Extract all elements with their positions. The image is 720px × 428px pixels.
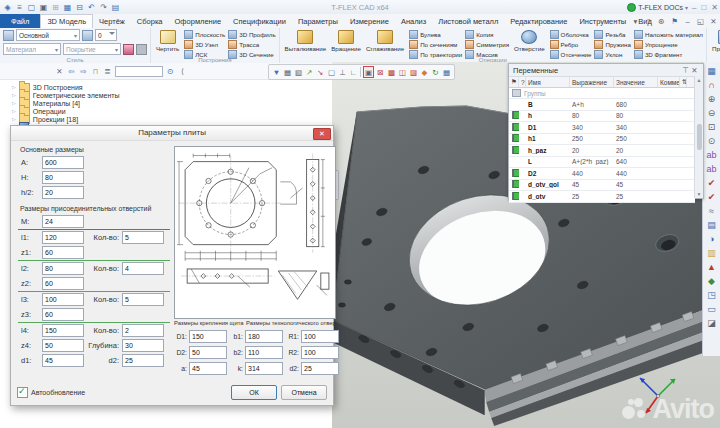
dialog-field-input[interactable]: 100 [42, 293, 84, 306]
variable-row[interactable]: d_otv_gol 45 45 [509, 180, 695, 192]
list-options-icon[interactable]: ≣ [103, 66, 112, 76]
zoom-window-icon[interactable]: ⊡ [707, 120, 716, 133]
ribbon-button[interactable]: Плоскость [184, 30, 225, 39]
ribbon-button[interactable]: Ребро [550, 40, 592, 49]
apply-operation2-icon[interactable]: ✔ [707, 190, 716, 203]
back-icon[interactable]: ⇦ [67, 66, 76, 76]
autoupdate-checkbox-row[interactable]: Автообновление [17, 387, 85, 398]
dialog-field-input[interactable]: 45 [42, 354, 84, 367]
variable-row[interactable]: h 80 80 [509, 111, 695, 123]
divider[interactable] [360, 67, 361, 77]
forward-icon[interactable]: ⇨ [79, 66, 88, 76]
save-icon[interactable]: ▦ [63, 2, 72, 12]
group-filter-row[interactable]: Группы [509, 88, 703, 99]
selected-mode-icon[interactable]: ▣ [363, 66, 374, 78]
coating-combo[interactable]: Покрытие▾ [63, 43, 121, 55]
dialog-field-input[interactable]: 50 [42, 339, 84, 352]
annotation2-icon[interactable]: ab [706, 162, 716, 175]
hatch-icon[interactable]: ▩ [387, 67, 396, 77]
expression-column-header[interactable]: Выражение [570, 77, 614, 87]
dialog-field-input[interactable]: 600 [42, 156, 84, 169]
draw-button[interactable]: Чертить [154, 29, 181, 55]
dialog-field-input[interactable]: 45 [189, 362, 227, 375]
tab-parameters[interactable]: Параметры [292, 14, 344, 28]
rotate-down-icon[interactable]: ↘ [316, 67, 325, 77]
ribbon-button[interactable]: Симметрия [465, 40, 509, 49]
close-panel-icon[interactable]: ✕ [55, 66, 64, 76]
layout-windows-icon[interactable]: ▦ [707, 64, 716, 77]
smooth-icon[interactable]: ≈ [707, 204, 716, 217]
dialog-field-input[interactable]: 120 [42, 231, 84, 244]
checkbox-checked-icon[interactable] [17, 387, 28, 398]
primitive-button[interactable]: Примитив [710, 29, 720, 55]
variable-row[interactable]: B A+h 680 [509, 99, 695, 111]
dialog-field-input[interactable]: 24 [42, 215, 84, 228]
dialog-field-input[interactable]: 80 [42, 262, 84, 275]
dialog-field-input[interactable]: 50 [189, 346, 227, 359]
expand-arrow-icon[interactable] [12, 108, 16, 114]
zoom-all-icon[interactable]: ⊙ [707, 134, 716, 147]
window-icon[interactable]: ▦ [283, 67, 292, 77]
doc-close-icon[interactable]: ✕ [709, 16, 718, 26]
ribbon-button[interactable]: Упрощение [634, 40, 703, 49]
expand-arrow-icon[interactable] [12, 92, 16, 98]
rotate-up-icon[interactable]: ↗ [305, 67, 314, 77]
open-document-icon[interactable]: ▣ [39, 2, 48, 12]
maximize-button[interactable]: □ [701, 3, 706, 12]
expand-arrow-icon[interactable] [12, 116, 16, 122]
tab-specifications[interactable]: Спецификации [227, 14, 292, 28]
hole-button[interactable]: Отверстие [512, 29, 547, 55]
ribbon-button[interactable]: 3D Узел [184, 40, 225, 49]
monitor-icon[interactable]: ▭ [707, 302, 716, 315]
cancel-button[interactable]: Отмена [281, 385, 327, 400]
dialog-field-input[interactable]: 25 [301, 362, 339, 375]
tab-drawing[interactable]: Чертёж [93, 14, 131, 28]
magnet-icon[interactable]: ∩ [707, 78, 716, 91]
ribbon-button[interactable]: По сечениям [409, 40, 462, 49]
tab-measure[interactable]: Измерение [344, 14, 395, 28]
redo-icon[interactable]: ↷ [99, 2, 108, 12]
app-icon[interactable]: ◈ [3, 2, 12, 12]
variable-row[interactable]: d_otv 25 25 [509, 191, 695, 203]
variables-scrollbar[interactable]: ▲ ▼ [694, 76, 703, 198]
variable-row[interactable]: L A+(2*h_paz) 640 [509, 157, 695, 169]
tab-3d-model[interactable]: 3D Модель [40, 14, 93, 28]
dialog-field-input[interactable]: 25 [122, 354, 164, 367]
plane-icon[interactable]: ▢ [327, 67, 336, 77]
grid-icon[interactable]: ▦ [442, 67, 451, 77]
flag-icon[interactable]: ⚑ [670, 16, 679, 26]
variable-row[interactable]: D1 340 340 [509, 122, 695, 134]
minimize-button[interactable]: – [692, 3, 696, 12]
dialog-field-input[interactable]: 150 [189, 330, 227, 343]
dialog-field-input[interactable]: 150 [42, 324, 84, 337]
scroll-down-icon[interactable]: ▼ [697, 191, 702, 197]
zoom-out-icon[interactable]: ⊖ [707, 106, 716, 119]
comment-column-header[interactable]: Комме... [658, 77, 680, 87]
tree-item[interactable]: Операции [4, 107, 332, 115]
tree-search-input[interactable] [115, 66, 163, 77]
tree-item[interactable]: Материалы [4] [4, 99, 332, 107]
ribbon-big-button[interactable]: Сглаживание [364, 29, 406, 55]
axis-icon[interactable]: ⊥ [338, 67, 347, 77]
ribbon-button[interactable]: Резьба [594, 30, 630, 39]
dialog-field-input[interactable]: 4 [122, 262, 164, 275]
tree-item[interactable]: Проекции [18] [4, 115, 332, 123]
columns-icon[interactable]: ◫ [398, 67, 407, 77]
annotation-icon[interactable]: ab [706, 148, 716, 161]
question-column-header[interactable]: ? [519, 77, 526, 87]
tab-analysis[interactable]: Анализ [395, 14, 432, 28]
dialog-field-input[interactable]: 100 [301, 346, 339, 359]
tree-item[interactable]: Геометрические элементы [4, 91, 332, 99]
dialog-field-input[interactable]: 60 [42, 308, 84, 321]
refresh-icon[interactable]: ↻ [431, 67, 440, 77]
ok-button[interactable]: ОК [231, 385, 277, 400]
open-folder-icon[interactable]: ⊞ [51, 2, 60, 12]
color-icon[interactable] [123, 44, 134, 55]
ribbon-button[interactable]: Булева [409, 30, 462, 39]
green-cube-icon[interactable]: ◆ [707, 274, 716, 287]
pages-icon[interactable]: ▥ [707, 246, 716, 259]
lcs-icon[interactable]: ∟ [349, 67, 358, 77]
swatch-icon[interactable] [136, 44, 147, 55]
ribbon-button[interactable]: Трасса [228, 40, 275, 49]
dialog-field-input[interactable]: 20 [42, 186, 84, 199]
